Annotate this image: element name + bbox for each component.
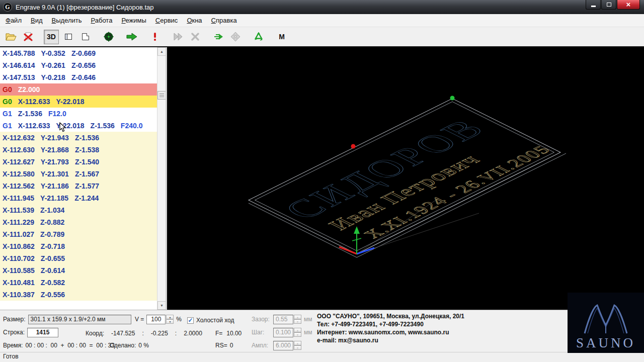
menu-item-4[interactable]: Режимы bbox=[117, 15, 150, 26]
sauno-logo-text: SAUNO bbox=[576, 335, 635, 351]
gcode-line[interactable]: X-110.862Z-0.718 bbox=[0, 240, 157, 252]
gcode-scrollbar[interactable] bbox=[157, 47, 166, 310]
gcode-line[interactable]: X-112.580Y-21.301Z-1.567 bbox=[0, 168, 157, 180]
done-label: Сделано: bbox=[110, 342, 136, 349]
gcode-token: Y-0.218 bbox=[41, 73, 65, 81]
menu-item-0[interactable]: Файл bbox=[1, 15, 26, 26]
title-bar: G Engrave 9.0A (1) [фрезерование] Сидоро… bbox=[0, 0, 644, 14]
menu-item-3[interactable]: Работа bbox=[86, 15, 117, 26]
company-phone: Тел: +7-499-7223491, +7-499-7223490 bbox=[317, 320, 464, 328]
target-icon bbox=[104, 32, 114, 42]
idle-run-checkbox[interactable] bbox=[187, 317, 194, 324]
done-value: 0 % bbox=[138, 342, 149, 349]
fast-run-button bbox=[171, 30, 186, 44]
step-run-button[interactable] bbox=[211, 30, 226, 44]
gcode-line[interactable]: X-111.229Z-0.882 bbox=[0, 216, 157, 228]
gcode-token: X-112.633 bbox=[18, 98, 50, 106]
menu-item-1[interactable]: Вид bbox=[26, 15, 47, 26]
gcode-token: Z-0.646 bbox=[71, 73, 96, 81]
idle-run-label: Холостой ход bbox=[196, 317, 234, 324]
view-front-button[interactable] bbox=[61, 30, 76, 44]
gcode-token: Z2.000 bbox=[18, 85, 40, 94]
gcode-token: Z-1.538 bbox=[75, 146, 99, 154]
gcode-line[interactable]: X-112.562Y-21.186Z-1.577 bbox=[0, 180, 157, 192]
scroll-up-icon[interactable] bbox=[157, 47, 166, 56]
gcode-line[interactable]: X-145.788Y-0.352Z-0.669 bbox=[0, 47, 157, 59]
view-3d-button[interactable]: 3D bbox=[44, 30, 59, 44]
gcode-line[interactable]: G0X-112.633Y-22.018 bbox=[0, 96, 157, 108]
optimize-button[interactable] bbox=[251, 30, 266, 44]
gcode-line[interactable]: X-110.481Z-0.582 bbox=[0, 277, 157, 289]
open-file-button[interactable] bbox=[4, 30, 19, 44]
menu-item-5[interactable]: Сервис bbox=[151, 15, 183, 26]
gcode-token: X-112.580 bbox=[3, 170, 35, 178]
speed-spinner[interactable] bbox=[166, 315, 174, 324]
gap-group: Зазор: 0.55 мм bbox=[252, 314, 312, 324]
gcode-line[interactable]: X-112.630Y-21.868Z-1.538 bbox=[0, 144, 157, 156]
viewport-3d[interactable]: СИДОРОВ Иван Петрович X.XI.1924 - 26.VII… bbox=[167, 47, 644, 310]
close-icon bbox=[626, 1, 631, 9]
view-top-button[interactable] bbox=[78, 30, 93, 44]
gcode-token: X-146.614 bbox=[3, 61, 35, 69]
feed-label: F= bbox=[215, 330, 222, 337]
gcode-token: G0 bbox=[3, 98, 12, 106]
time-label: Время: bbox=[3, 342, 23, 349]
gcode-line[interactable]: X-111.027Z-0.789 bbox=[0, 228, 157, 240]
menu-item-2[interactable]: Выделить bbox=[47, 15, 87, 26]
amplitude-field: 6.000 bbox=[273, 341, 293, 350]
attention-button[interactable] bbox=[147, 30, 163, 44]
gcode-line[interactable]: X-111.539Z-1.034 bbox=[0, 204, 157, 216]
done-group: Сделано: 0 % bbox=[110, 340, 149, 350]
scroll-down-icon[interactable] bbox=[157, 301, 166, 310]
menu-item-7[interactable]: Справка bbox=[207, 15, 242, 26]
status-text: Готов bbox=[3, 353, 19, 360]
gcode-line[interactable]: X-147.513Y-0.218Z-0.646 bbox=[0, 71, 157, 83]
gcode-line[interactable]: X-110.585Z-0.614 bbox=[0, 264, 157, 277]
minimize-button[interactable] bbox=[586, 0, 601, 10]
macro-m-button[interactable]: M bbox=[274, 30, 289, 44]
gcode-token: Z-0.556 bbox=[41, 291, 65, 299]
step-label: Шаг: bbox=[252, 329, 271, 336]
center-origin-button[interactable] bbox=[101, 30, 116, 44]
coord-x-value: -147.525 bbox=[111, 330, 135, 337]
size-field[interactable]: 301.1 x 159.9 x 1.9/+2.0 мм bbox=[28, 315, 131, 324]
gcode-line[interactable]: X-110.387Z-0.556 bbox=[0, 289, 157, 301]
line-field[interactable]: 1415 bbox=[27, 328, 58, 337]
gcode-token: Z-0.789 bbox=[40, 230, 64, 238]
speed-field[interactable]: 100 bbox=[146, 315, 166, 324]
run-button[interactable] bbox=[124, 30, 139, 44]
idle-group: Холостой ход bbox=[187, 315, 234, 325]
menu-item-6[interactable]: Окна bbox=[182, 15, 206, 26]
gcode-line[interactable]: X-146.614Y-0.261Z-0.656 bbox=[0, 59, 157, 71]
maximize-button[interactable] bbox=[601, 0, 616, 10]
gcode-line[interactable]: G0Z2.000 bbox=[0, 83, 157, 96]
gcode-token: X-111.229 bbox=[3, 218, 34, 226]
close-button[interactable] bbox=[617, 0, 640, 10]
gcode-token: X-112.627 bbox=[3, 158, 35, 166]
run-arrow-icon bbox=[126, 33, 137, 41]
letter-m-icon: M bbox=[279, 33, 285, 41]
gcode-line[interactable]: G1Z-1.536F12.0 bbox=[0, 108, 157, 120]
gcode-line[interactable]: X-112.627Y-21.793Z-1.540 bbox=[0, 156, 157, 168]
gcode-line[interactable]: G1X-112.633Y-22.018Z-1.536F240.0 bbox=[0, 120, 157, 132]
gcode-token: X-111.539 bbox=[3, 206, 34, 214]
gcode-line[interactable]: X-111.945Y-21.185Z-1.244 bbox=[0, 192, 157, 204]
spinner-down-icon[interactable] bbox=[166, 319, 174, 324]
amplitude-group: Ампл: 6.000 bbox=[252, 340, 301, 350]
gcode-token: X-112.633 bbox=[18, 122, 50, 130]
gcode-token: Z-1.540 bbox=[75, 158, 99, 166]
grid-button bbox=[228, 30, 243, 44]
delete-file-button[interactable] bbox=[21, 30, 36, 44]
gcode-line[interactable]: X-112.632Y-21.943Z-1.536 bbox=[0, 132, 157, 144]
gcode-panel: X-145.788Y-0.352Z-0.669X-146.614Y-0.261Z… bbox=[0, 47, 167, 310]
spinner-up-icon[interactable] bbox=[166, 315, 174, 319]
gcode-token: Z-1.536 bbox=[18, 110, 42, 118]
gcode-token: X-110.387 bbox=[3, 291, 35, 299]
gcode-token: Z-0.655 bbox=[41, 254, 65, 262]
fast-forward-icon bbox=[173, 33, 183, 41]
spinner-up-icon bbox=[294, 328, 301, 332]
speed-group: V = 100 % bbox=[135, 314, 184, 324]
scrollbar-thumb[interactable] bbox=[157, 91, 166, 100]
viewport-canvas[interactable]: СИДОРОВ Иван Петрович X.XI.1924 - 26.VII… bbox=[167, 47, 642, 311]
gcode-line[interactable]: X-110.702Z-0.655 bbox=[0, 252, 157, 264]
